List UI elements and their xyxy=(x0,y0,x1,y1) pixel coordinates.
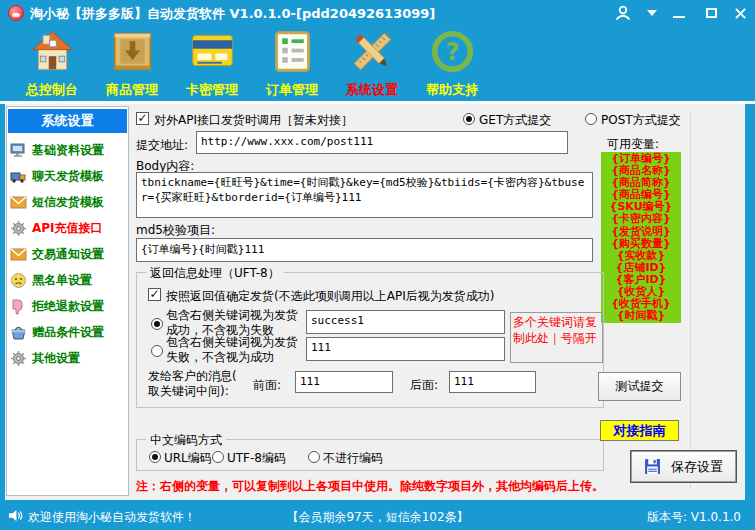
utf8-encode-radio[interactable] xyxy=(212,451,224,463)
content-separator xyxy=(690,110,691,488)
guide-button[interactable]: 对接指南 xyxy=(600,420,679,441)
status-version: 版本号: V1.0.1.0 xyxy=(647,509,741,526)
sidebar-item-label: 赠品条件设置 xyxy=(32,324,104,341)
close-button[interactable] xyxy=(728,0,752,26)
no-encode-radio[interactable] xyxy=(308,451,320,463)
save-floppy-icon xyxy=(644,458,661,475)
bottom-note: 注：右侧的变量，可以复制到以上各项目中使用。除纯数字项目外，其他均编码后上传。 xyxy=(136,478,604,495)
success-keyword-label: 包含右侧关键词视为发货 成功，不含视为失败 xyxy=(166,308,298,338)
multi-keyword-note: 多个关键词请复制此处｜号隔开 xyxy=(510,312,603,363)
variable-item: {卡密内容} xyxy=(601,213,681,225)
fail-keyword-radio[interactable] xyxy=(151,345,163,357)
post-method-radio[interactable] xyxy=(585,113,597,125)
sidebar-item-basic-info[interactable]: 基础资料设置 xyxy=(10,138,126,162)
encoding-group-title: 中文编码方式 xyxy=(146,432,226,449)
url-encode-radio[interactable] xyxy=(149,451,161,463)
maximize-button[interactable] xyxy=(700,0,722,26)
variables-label: 可用变量: xyxy=(607,136,659,153)
submit-address-input[interactable]: http://www.xxx.com/post111 xyxy=(196,131,568,154)
sidebar-item-api-recharge[interactable]: API充值接口 xyxy=(10,216,126,240)
api-call-checkbox-label: 对外API接口发货时调用［暂未对接］ xyxy=(154,112,353,129)
help-icon: ? xyxy=(430,29,475,74)
sidebar-item-label: 基础资料设置 xyxy=(32,142,104,159)
utf8-encode-label: UTF-8编码 xyxy=(227,450,286,467)
sidebar-item-label: 拒绝退款设置 xyxy=(32,298,104,315)
chevron-down-icon[interactable] xyxy=(642,0,662,26)
save-settings-label: 保存设置 xyxy=(671,458,723,476)
user-account-icon[interactable] xyxy=(608,0,638,26)
front-input[interactable]: 111 xyxy=(295,371,393,393)
goods-box-icon xyxy=(110,29,155,74)
sidebar-item-sms-template[interactable]: 短信发货模板 xyxy=(10,190,126,214)
nav-label: 商品管理 xyxy=(92,81,172,99)
nav-label: 订单管理 xyxy=(252,81,332,99)
body-content-input[interactable]: tbnickname={旺旺号}&time={时间戳}&key={md5校验}&… xyxy=(136,172,593,218)
success-keyword-input[interactable]: success1 xyxy=(306,310,505,334)
titlebar: 淘小秘【拼多多版】自动发货软件 V1.0.1.0-[pdd20492613099… xyxy=(0,0,755,26)
sidebar-item-label: 聊天发货模板 xyxy=(32,168,104,185)
svg-text:?: ? xyxy=(445,37,459,66)
nav-goods[interactable]: 商品管理 xyxy=(92,28,172,102)
sidebar-item-label: API充值接口 xyxy=(32,220,103,237)
nav-help[interactable]: ? 帮助支持 xyxy=(412,28,492,102)
variables-panel: {订单编号} {商品名称} {商品简称} {商品编号} {SKU编号} {卡密内… xyxy=(601,152,681,323)
gift-basket-icon xyxy=(10,324,27,341)
save-settings-button[interactable]: 保存设置 xyxy=(630,450,737,483)
gear-icon xyxy=(10,220,27,237)
order-list-icon xyxy=(270,29,315,74)
nav-settings[interactable]: 系统设置 xyxy=(332,28,412,102)
api-call-checkbox[interactable] xyxy=(136,112,149,125)
blacklist-face-icon xyxy=(10,272,27,289)
sidebar-item-label: 交易通知设置 xyxy=(32,246,104,263)
status-member-info: 【会员期余97天，短信余102条】 xyxy=(0,509,755,526)
variable-item: {购买数量} xyxy=(601,238,681,250)
return-info-group-title: 返回信息处理（UFT-8） xyxy=(146,265,284,282)
sidebar-item-refuse-refund[interactable]: 拒绝退款设置 xyxy=(10,294,126,318)
sidebar-header: 系统设置 xyxy=(8,109,127,133)
statusbar: 欢迎使用淘小秘自动发货软件！ 【会员期余97天，短信余102条】 版本号: V1… xyxy=(0,500,755,530)
confirm-by-return-label: 按照返回值确定发货(不选此项则调用以上API后视为发货成功) xyxy=(166,288,494,305)
no-encode-label: 不进行编码 xyxy=(323,450,383,467)
url-encode-label: URL编码 xyxy=(164,450,212,467)
app-logo-icon xyxy=(8,5,24,21)
md5-label: md5校验项目: xyxy=(136,222,215,239)
nav-cards[interactable]: 卡密管理 xyxy=(172,28,252,102)
customer-message-label: 发给客户的消息( 取关键词中间): xyxy=(148,369,237,399)
sms-envelope-icon xyxy=(10,194,27,211)
nav-label: 帮助支持 xyxy=(412,81,492,99)
sidebar-item-label: 其他设置 xyxy=(32,350,80,367)
post-method-label: POST方式提交 xyxy=(601,112,681,129)
main-toolbar: 总控制台 商品管理 卡密管理 订单管理 系统设置 ? 帮助支持 xyxy=(0,26,755,101)
success-keyword-radio[interactable] xyxy=(151,318,163,330)
minimize-button[interactable] xyxy=(668,0,690,26)
variable-item: {发货说明} xyxy=(601,226,681,238)
nav-label: 卡密管理 xyxy=(172,81,252,99)
md5-input[interactable]: {订单编号}{时间戳}111 xyxy=(136,238,593,262)
gear-icon xyxy=(10,350,27,367)
app-window: 淘小秘【拼多多版】自动发货软件 V1.0.1.0-[pdd20492613099… xyxy=(0,0,755,530)
truck-icon xyxy=(10,168,27,185)
nav-label: 总控制台 xyxy=(12,81,92,99)
sidebar-item-label: 短信发货模板 xyxy=(32,194,104,211)
monitor-icon xyxy=(10,142,27,159)
submit-address-label: 提交地址: xyxy=(136,137,188,154)
thumbs-down-icon xyxy=(10,298,27,315)
back-input[interactable]: 111 xyxy=(449,371,536,393)
home-icon xyxy=(30,29,75,74)
sidebar-item-blacklist[interactable]: 黑名单设置 xyxy=(10,268,126,292)
sidebar-item-chat-template[interactable]: 聊天发货模板 xyxy=(10,164,126,188)
sidebar-item-trade-notify[interactable]: 交易通知设置 xyxy=(10,242,126,266)
sidebar-item-other-settings[interactable]: 其他设置 xyxy=(10,346,126,370)
get-method-label: GET方式提交 xyxy=(479,112,551,129)
sidebar-item-gift-condition[interactable]: 赠品条件设置 xyxy=(10,320,126,344)
front-label: 前面: xyxy=(253,377,281,394)
sidebar-item-label: 黑名单设置 xyxy=(32,272,92,289)
fail-keyword-input[interactable]: 111 xyxy=(306,337,505,361)
get-method-radio[interactable] xyxy=(463,113,475,125)
card-icon xyxy=(190,29,235,74)
confirm-by-return-checkbox[interactable] xyxy=(148,288,161,301)
nav-label: 系统设置 xyxy=(332,81,412,99)
nav-console[interactable]: 总控制台 xyxy=(12,28,92,102)
nav-orders[interactable]: 订单管理 xyxy=(252,28,332,102)
test-submit-button[interactable]: 测试提交 xyxy=(598,372,681,401)
